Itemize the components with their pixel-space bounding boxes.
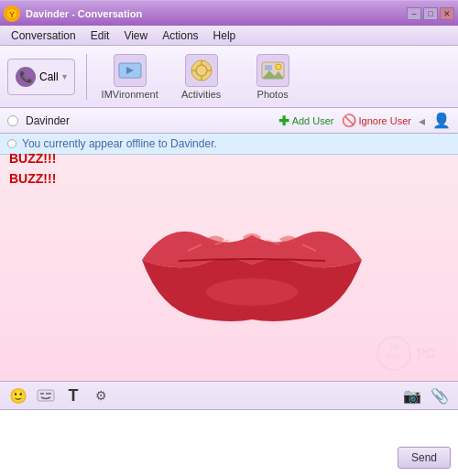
photos-icon [256, 54, 289, 87]
message-input-area: Send [0, 410, 458, 476]
font-button[interactable]: T [62, 384, 84, 406]
message-input[interactable] [4, 414, 454, 472]
photos-label: Photos [257, 89, 289, 100]
svg-point-13 [276, 64, 281, 70]
phone-icon: 📞 [16, 67, 36, 87]
imvironment-icon [114, 54, 147, 87]
activities-icon [185, 54, 218, 87]
title-text: Davinder - Conversation [26, 8, 407, 19]
contact-expand-icon[interactable]: ◂ [419, 114, 425, 128]
svg-rect-11 [265, 65, 272, 70]
maximize-button[interactable]: □ [423, 7, 438, 20]
add-user-label: Add User [292, 115, 334, 126]
add-icon: ✚ [278, 114, 289, 128]
menu-view[interactable]: View [116, 27, 155, 44]
emoji-button[interactable]: 🙂 [7, 384, 29, 406]
svg-text:TO: TO [389, 343, 399, 352]
menu-help[interactable]: Help [206, 27, 244, 44]
window-controls: – □ ✕ [407, 7, 454, 20]
camera-button[interactable]: 📷 [401, 384, 423, 406]
menu-actions[interactable]: Actions [155, 27, 205, 44]
svg-text:THE: THE [387, 352, 402, 361]
app-window: Y Davinder - Conversation – □ ✕ Conversa… [0, 0, 458, 476]
menu-conversation[interactable]: Conversation [4, 27, 83, 44]
ignore-user-label: Ignore User [359, 115, 411, 126]
ignore-icon: 🚫 [342, 114, 356, 127]
activities-button[interactable]: Activities [169, 54, 234, 100]
title-bar: Y Davinder - Conversation – □ ✕ [0, 0, 458, 26]
add-user-button[interactable]: ✚ Add User [278, 114, 334, 128]
call-dropdown-icon: ▾ [62, 71, 67, 81]
close-button[interactable]: ✕ [440, 7, 454, 20]
minimize-button[interactable]: – [407, 7, 421, 20]
toolbar: 📞 Call ▾ IMVironment [0, 46, 458, 108]
offline-dot [7, 139, 16, 148]
chat-area: You currently appear offline to Davinder… [0, 134, 458, 381]
svg-text:Y: Y [9, 10, 15, 19]
toolbar-separator [86, 54, 87, 100]
call-button[interactable]: 📞 Call ▾ [7, 59, 75, 95]
watermark: TO THE PC [376, 335, 449, 373]
call-label: Call [39, 70, 59, 83]
menu-bar: Conversation Edit View Actions Help [0, 26, 458, 46]
menu-edit[interactable]: Edit [83, 27, 117, 44]
contact-profile-icon[interactable]: 👤 [432, 112, 451, 129]
buzz-line2: BUZZ!!! [9, 168, 56, 189]
contact-status-icon [7, 115, 18, 126]
attach-button[interactable]: 📎 [429, 384, 451, 406]
photos-button[interactable]: Photos [241, 54, 305, 100]
svg-point-14 [206, 278, 298, 306]
imvironment-label: IMVironment [102, 89, 158, 100]
contact-bar: Davinder ✚ Add User 🚫 Ignore User ◂ 👤 [0, 108, 458, 134]
app-icon: Y [4, 5, 20, 22]
contact-name: Davinder [26, 114, 271, 127]
buzz-text-container: BUZZ!!! BUZZ!!! [9, 148, 56, 189]
wink-button[interactable] [35, 384, 57, 406]
input-toolbar: 🙂 T ⚙ 📷 📎 [0, 381, 458, 410]
format-button[interactable]: ⚙ [90, 384, 112, 406]
ignore-user-button[interactable]: 🚫 Ignore User [342, 114, 411, 127]
imvironment-button[interactable]: IMVironment [98, 54, 162, 100]
buzz-line1: BUZZ!!! [9, 148, 56, 168]
send-button[interactable]: Send [398, 447, 451, 469]
activities-label: Activities [181, 89, 221, 100]
svg-text:PC: PC [417, 346, 434, 361]
